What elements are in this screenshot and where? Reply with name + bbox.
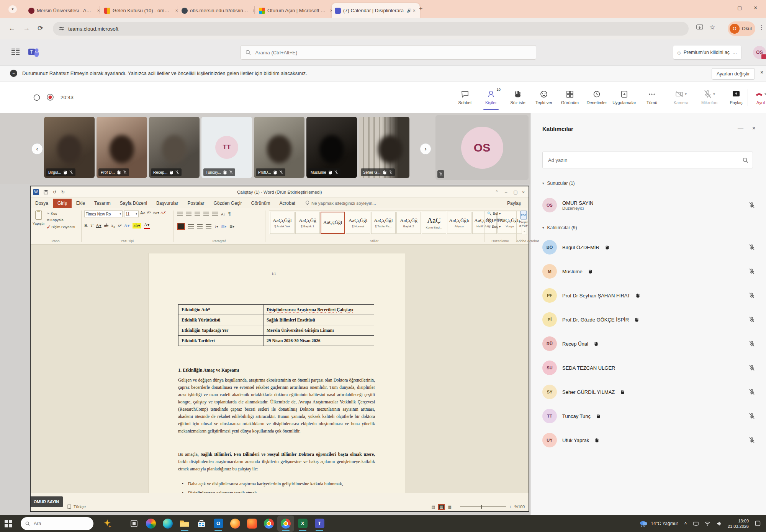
tab-close-icon[interactable]: × [96, 8, 101, 13]
mic-muted-icon[interactable] [749, 437, 755, 443]
taskbar-search-input[interactable] [33, 521, 89, 527]
participant-row[interactable]: BÖ Birgül ÖZDEMİR [542, 237, 755, 258]
ribbon-options-icon[interactable]: ⌃ [495, 189, 499, 195]
grow-font-icon[interactable]: A˄ [140, 211, 146, 217]
video-tile[interactable]: Recep... [149, 117, 200, 178]
tab-postalar[interactable]: Postalar [183, 199, 209, 208]
language-status[interactable]: Türkçe [74, 504, 86, 509]
teams-menu-icon[interactable] [11, 49, 20, 55]
align-left-icon[interactable] [188, 224, 194, 229]
chrome-icon[interactable] [260, 516, 277, 532]
pilcrow-icon[interactable]: ¶ [228, 211, 231, 217]
style-item[interactable]: AaÇKonu Başl... [422, 212, 446, 234]
site-settings-icon[interactable] [59, 26, 64, 31]
clear-format-icon[interactable]: A✗ [160, 211, 166, 217]
share-button[interactable]: Paylaş [722, 85, 750, 110]
window-close-button[interactable]: × [754, 5, 757, 11]
firefox-icon[interactable] [227, 516, 244, 532]
document-page[interactable]: 1/1 Etkinliğin Adı* Disiplinlerarası Ara… [149, 253, 405, 493]
tab-giris[interactable]: Giriş [53, 199, 72, 208]
zoom-in-icon[interactable]: + [509, 504, 511, 509]
teams-search-input[interactable] [254, 49, 531, 56]
tab-gozden-gecir[interactable]: Gözden Geçir [209, 199, 246, 208]
participant-row[interactable]: SU SEDA TEZCAN ULGER [542, 357, 755, 379]
font-name-select[interactable]: Times New Ro▾ [84, 211, 123, 217]
tray-language-icon[interactable] [693, 521, 699, 526]
tab-sayfa-duzeni[interactable]: Sayfa Düzeni [115, 199, 152, 208]
font-color-button[interactable]: A▾ [144, 222, 150, 229]
web-layout-icon[interactable]: ▦ [448, 505, 451, 509]
browser-tab-active[interactable]: (7) Calendar | Disiplinlerara 🔊 × [332, 3, 420, 18]
strikethrough-button[interactable]: ab [104, 223, 108, 228]
replace-button[interactable]: ab Değiştir [487, 218, 504, 222]
browser-tab[interactable]: Gelen Kutusu (10) - omunsayin× [101, 3, 182, 18]
word-minimize-icon[interactable]: – [505, 190, 507, 194]
presenter-row[interactable]: OS OMUR SAYIN Düzenleyici [542, 193, 755, 217]
mic-muted-icon[interactable] [749, 292, 755, 299]
view-button[interactable]: Görünüm [556, 85, 584, 110]
tab-audio-icon[interactable]: 🔊 [407, 8, 411, 13]
video-tile-initials[interactable]: TT Tuncay... [201, 117, 252, 178]
event-info-table[interactable]: Etkinliğin Adı* Disiplinlerarası Araştır… [178, 304, 374, 346]
video-tile[interactable]: Prof D... [97, 117, 147, 178]
start-button[interactable] [0, 516, 17, 532]
outlook-icon[interactable]: O [210, 516, 227, 532]
copilot-icon[interactable] [99, 516, 116, 532]
style-item[interactable]: AaÇçĞğBaşlık 2 [396, 212, 421, 234]
text-effects-icon[interactable]: A▾ [124, 223, 130, 228]
sort-icon[interactable]: A↓ [221, 212, 225, 216]
mic-muted-icon[interactable] [749, 244, 755, 250]
install-app-icon[interactable] [696, 24, 703, 31]
url-field[interactable]: teams.cloud.microsoft [53, 22, 689, 36]
video-tile[interactable]: Müslüme [306, 117, 357, 178]
tab-basvurular[interactable]: Başvurular [152, 199, 183, 208]
style-item[interactable]: AaÇçĞğI¶ Aralık Yok [270, 212, 295, 234]
more-button[interactable]: Tümü [638, 85, 666, 110]
section-presenters[interactable]: ▾Sunucular (1) [542, 181, 575, 186]
weather-widget[interactable]: 14°C Yağmur [639, 520, 678, 527]
paste-button[interactable]: Yapıştır [33, 210, 44, 233]
back-icon[interactable]: ← [8, 24, 15, 32]
new-tab-button[interactable]: + [419, 5, 422, 12]
chevron-down-icon[interactable]: ▾ [764, 92, 766, 96]
teams-profile-avatar[interactable]: OS [753, 46, 766, 59]
video-tile[interactable]: Seher G... [359, 117, 409, 178]
bookmark-star-icon[interactable]: ☆ [709, 23, 715, 31]
mic-muted-icon[interactable] [749, 365, 755, 371]
tab-search-icon[interactable]: ▾ [8, 5, 17, 13]
tab-tasarim[interactable]: Tasarım [90, 199, 115, 208]
raise-hand-button[interactable]: Söz iste [504, 85, 532, 110]
panel-close-icon[interactable]: × [752, 125, 756, 131]
document-area[interactable]: 1/1 Etkinliğin Adı* Disiplinlerarası Ara… [31, 245, 529, 493]
increase-indent-icon[interactable] [212, 212, 218, 217]
change-settings-button[interactable]: Ayarları değiştir [712, 68, 755, 80]
file-explorer-icon[interactable] [176, 516, 193, 532]
tray-network-icon[interactable] [705, 521, 710, 526]
notification-center-icon[interactable] [755, 521, 761, 526]
participant-row[interactable]: SY Seher GÜRDİL YILMAZ [542, 381, 755, 403]
banner-close-icon[interactable]: × [760, 69, 763, 75]
tab-ekle[interactable]: Ekle [72, 199, 90, 208]
save-icon[interactable] [44, 190, 48, 194]
people-button[interactable]: 10 Kişiler [477, 85, 505, 110]
scroll-right-icon[interactable]: › [420, 143, 431, 155]
forward-icon[interactable]: → [23, 24, 30, 32]
word-restore-icon[interactable]: ▢ [513, 189, 517, 195]
apps-button[interactable]: Uygulamalar [611, 85, 638, 110]
premium-unlock-button[interactable]: ◇ Premium'un kilidini aç … [673, 46, 741, 59]
teams-search[interactable] [241, 45, 536, 60]
teams-logo[interactable]: T [28, 46, 39, 57]
font-size-select[interactable]: 11▾ [124, 211, 139, 217]
create-pdf-button[interactable]: PDF Create a PDF [519, 211, 529, 227]
tab-acrobat[interactable]: Acrobat [275, 199, 300, 208]
tab-dosya[interactable]: Dosya [31, 199, 53, 208]
participant-row[interactable]: Pİ Prof.Dr. Gözde GÖKÇE İSPİR [542, 309, 755, 330]
controls-button[interactable]: Denetimler [583, 85, 611, 110]
select-button[interactable]: ⬚ Seç ▾ [487, 224, 504, 228]
participant-row[interactable]: PF Prof Dr Seyhan ŞAHAN FIRAT [542, 285, 755, 306]
borders-icon[interactable]: ⊞▾ [229, 224, 234, 228]
participant-row[interactable]: UY Ufuk Yaprak [542, 429, 755, 451]
copy-button[interactable]: ⧉ Kopyala [47, 218, 75, 222]
window-maximize-button[interactable]: ▢ [737, 5, 742, 11]
tray-chevron-icon[interactable]: ˄ [684, 521, 687, 526]
